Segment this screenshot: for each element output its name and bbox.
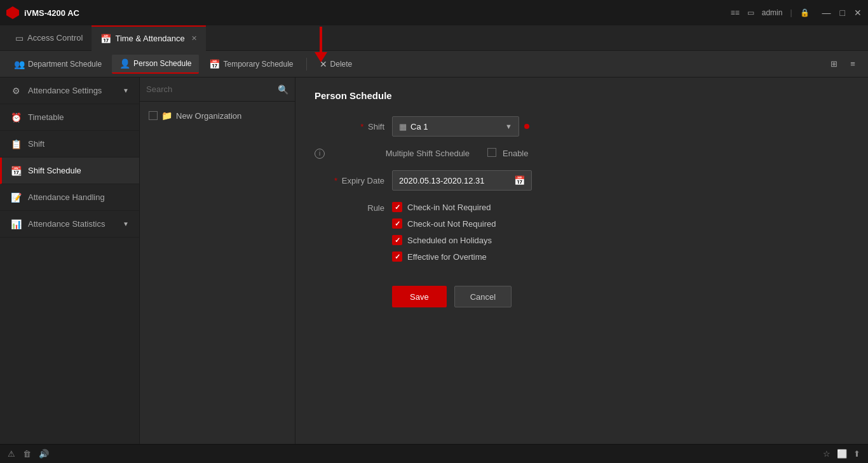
expiry-date-value: 2020.05.13-2020.12.31 <box>399 176 484 185</box>
new-org-checkbox[interactable] <box>149 111 158 120</box>
list-view-icon[interactable]: ≡≡ <box>731 8 740 17</box>
dept-schedule-button[interactable]: 👥 Department Schedule <box>6 55 109 74</box>
tab-close-button[interactable]: ✕ <box>191 34 197 43</box>
content-area: Person Schedule * Shift ▦ Ca 1 ▼ i Multi… <box>295 77 868 444</box>
delete-icon: ✕ <box>320 59 327 69</box>
fullscreen-icon[interactable]: ⬜ <box>837 449 847 459</box>
attendance-handling-label: Attendance Handling <box>28 192 105 202</box>
attendance-statistics-label: Attendance Statistics <box>28 219 105 229</box>
person-schedule-icon: 👤 <box>119 58 130 69</box>
checkout-not-required-checkbox[interactable] <box>392 218 402 229</box>
effective-overtime-label: Effective for Overtime <box>407 252 487 262</box>
maximize-button[interactable]: □ <box>840 8 845 18</box>
sidebar-item-shift[interactable]: 📋 Shift <box>0 131 139 158</box>
multiple-shift-checkbox[interactable] <box>487 148 496 157</box>
app-title: iVMS-4200 AC <box>24 8 79 18</box>
temp-schedule-button[interactable]: 📅 Temporary Schedule <box>201 55 301 74</box>
folder-icon: 📁 <box>161 111 172 121</box>
sidebar-item-attendance-settings[interactable]: ⚙ Attendance Settings ▼ <box>0 77 139 104</box>
grid-view-button[interactable]: ⊞ <box>825 55 843 73</box>
delete-label: Delete <box>330 60 353 69</box>
admin-label[interactable]: admin <box>762 8 783 17</box>
status-bar: ⚠ 🗑 🔊 ☆ ⬜ ⬆ <box>0 444 868 463</box>
close-button[interactable]: ✕ <box>854 8 862 18</box>
shift-label: Shift <box>28 139 44 149</box>
search-icon: 🔍 <box>278 84 288 95</box>
sidebar-item-attendance-statistics[interactable]: 📊 Attendance Statistics ▼ <box>0 211 139 238</box>
info-icon[interactable]: i <box>315 149 325 159</box>
shift-db-icon: ▦ <box>399 122 407 131</box>
delete-button[interactable]: ✕ Delete <box>312 55 360 74</box>
checkin-not-required-item: Check-in Not Required <box>392 202 496 212</box>
timetable-icon: ⏰ <box>10 112 22 123</box>
effective-overtime-item: Effective for Overtime <box>392 252 496 262</box>
temp-schedule-label: Temporary Schedule <box>223 60 293 69</box>
multiple-shift-label: Multiple Shift Schedule <box>330 149 470 158</box>
attendance-settings-label: Attendance Settings <box>28 86 102 95</box>
tree-panel: 🔍 📁 New Organization <box>140 77 295 444</box>
effective-overtime-checkbox[interactable] <box>392 252 402 262</box>
tree-content: 📁 New Organization <box>140 102 295 130</box>
time-attendance-tab-label: Time & Attendance <box>115 34 184 43</box>
volume-icon[interactable]: 🔊 <box>39 449 49 459</box>
shift-label-text: * Shift <box>315 122 384 131</box>
minimize-button[interactable]: — <box>822 8 831 18</box>
expiry-date-label-text: * Expiry Date <box>315 176 384 185</box>
required-dot <box>524 124 529 129</box>
sidebar-item-shift-schedule[interactable]: 📆 Shift Schedule <box>0 158 139 184</box>
title-bar: iVMS-4200 AC ≡≡ ▭ admin | 🔒 — □ ✕ <box>0 0 868 25</box>
tree-item-new-org[interactable]: 📁 New Organization <box>144 107 291 124</box>
scheduled-holidays-checkbox[interactable] <box>392 235 402 245</box>
collapse-icon[interactable]: ⬆ <box>853 449 860 459</box>
expiry-date-field[interactable]: 2020.05.13-2020.12.31 📅 <box>392 170 532 191</box>
temp-schedule-icon: 📅 <box>209 59 220 69</box>
person-schedule-label: Person Schedule <box>133 59 191 68</box>
app-logo <box>6 6 19 19</box>
access-control-tab-icon: ▭ <box>15 33 24 43</box>
checkin-not-required-checkbox[interactable] <box>392 202 402 212</box>
sidebar-item-timetable[interactable]: ⏰ Timetable <box>0 104 139 131</box>
search-bar: 🔍 <box>140 77 295 102</box>
tab-time-attendance[interactable]: 📅 Time & Attendance ✕ <box>92 25 205 51</box>
rule-row: Rule Check-in Not Required Check-out Not… <box>315 202 849 262</box>
monitor-icon[interactable]: ▭ <box>747 8 754 17</box>
shift-select[interactable]: ▦ Ca 1 ▼ <box>392 116 519 137</box>
calendar-icon: 📅 <box>514 175 525 185</box>
search-input[interactable] <box>146 84 274 94</box>
checkout-not-required-item: Check-out Not Required <box>392 218 496 229</box>
shift-row: * Shift ▦ Ca 1 ▼ <box>315 116 849 137</box>
attendance-settings-icon: ⚙ <box>10 86 22 96</box>
attendance-statistics-icon: 📊 <box>10 219 22 229</box>
btn-row: Save Cancel <box>392 286 849 307</box>
timetable-label: Timetable <box>28 112 64 122</box>
tab-access-control[interactable]: ▭ Access Control <box>6 25 92 51</box>
trash-icon[interactable]: 🗑 <box>23 449 31 459</box>
person-schedule-button[interactable]: 👤 Person Schedule <box>112 55 199 74</box>
cancel-button[interactable]: Cancel <box>454 286 512 307</box>
dept-schedule-label: Department Schedule <box>28 60 102 69</box>
toolbar-separator <box>306 58 307 70</box>
scheduled-holidays-item: Scheduled on Holidays <box>392 235 496 245</box>
checkin-not-required-label: Check-in Not Required <box>407 203 491 212</box>
attendance-statistics-arrow: ▼ <box>123 220 129 227</box>
toolbar: 👥 Department Schedule 👤 Person Schedule … <box>0 51 868 77</box>
form-title: Person Schedule <box>315 90 849 101</box>
lock-icon[interactable]: 🔒 <box>800 8 810 17</box>
rule-label-text: Rule <box>315 202 384 213</box>
enable-text: Enable <box>503 149 528 158</box>
main-layout: ⚙ Attendance Settings ▼ ⏰ Timetable 📋 Sh… <box>0 77 868 444</box>
dept-schedule-icon: 👥 <box>14 59 25 69</box>
save-button[interactable]: Save <box>392 286 447 307</box>
checkout-not-required-label: Check-out Not Required <box>407 219 496 229</box>
access-control-tab-label: Access Control <box>27 33 83 43</box>
scheduled-holidays-label: Scheduled on Holidays <box>407 236 492 245</box>
shift-schedule-icon: 📆 <box>10 166 22 176</box>
list-view-button[interactable]: ≡ <box>844 55 862 73</box>
sidebar: ⚙ Attendance Settings ▼ ⏰ Timetable 📋 Sh… <box>0 77 140 444</box>
attendance-settings-arrow: ▼ <box>123 87 129 94</box>
pin-icon[interactable]: ☆ <box>823 449 831 459</box>
tab-bar: ▭ Access Control 📅 Time & Attendance ✕ <box>0 25 868 51</box>
attendance-handling-icon: 📝 <box>10 192 22 203</box>
sidebar-item-attendance-handling[interactable]: 📝 Attendance Handling <box>0 184 139 211</box>
warning-icon[interactable]: ⚠ <box>8 449 15 459</box>
